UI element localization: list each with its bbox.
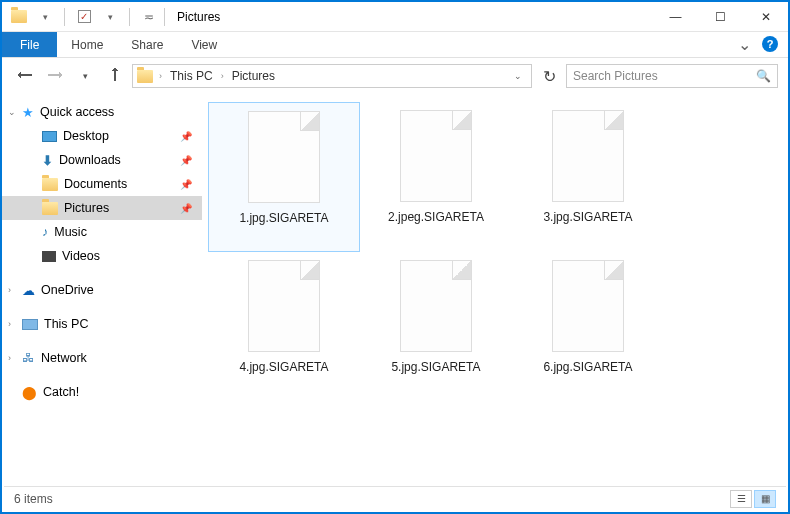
chevron-right-icon[interactable]: ›	[219, 71, 226, 81]
tab-share[interactable]: Share	[117, 32, 177, 57]
sidebar-item-label: Music	[54, 225, 87, 239]
title-bar: ▾ ✓ ▾ ≂ Pictures — ☐ ✕	[2, 2, 788, 32]
up-button[interactable]: 🠕	[102, 63, 128, 89]
separator	[129, 8, 130, 26]
caret-right-icon: ›	[8, 285, 11, 295]
pin-icon: 📌	[180, 155, 192, 166]
sidebar-item-label: Pictures	[64, 201, 109, 215]
sidebar-item-catch[interactable]: ⬤ Catch!	[2, 380, 202, 404]
video-icon	[42, 251, 56, 262]
sidebar-item-label: OneDrive	[41, 283, 94, 297]
sidebar-item-label: Downloads	[59, 153, 121, 167]
pin-icon: 📌	[180, 131, 192, 142]
chevron-right-icon[interactable]: ›	[157, 71, 164, 81]
file-icon	[400, 110, 472, 202]
file-icon	[552, 260, 624, 352]
music-icon: ♪	[42, 225, 48, 239]
navigation-pane: ⌄ ★ Quick access Desktop 📌 ⬇ Downloads 📌…	[2, 94, 202, 488]
separator	[164, 8, 165, 26]
file-item[interactable]: 1.jpg.SIGARETA	[208, 102, 360, 252]
properties-checkbox-icon[interactable]: ✓	[73, 6, 95, 28]
sidebar-item-music[interactable]: ♪ Music	[2, 220, 202, 244]
down-arrow-icon[interactable]: ▾	[34, 6, 56, 28]
search-input[interactable]: Search Pictures 🔍	[566, 64, 778, 88]
address-bar[interactable]: › This PC › Pictures ⌄	[132, 64, 532, 88]
file-item[interactable]: 5.jpg.SIGARETA	[360, 252, 512, 402]
file-name: 3.jpg.SIGARETA	[543, 210, 632, 224]
search-icon: 🔍	[756, 69, 771, 83]
file-tab[interactable]: File	[2, 32, 57, 57]
cloud-icon: ☁	[22, 283, 35, 298]
overflow-icon[interactable]: ≂	[138, 6, 160, 28]
folder-icon	[42, 178, 58, 191]
search-placeholder: Search Pictures	[573, 69, 658, 83]
sidebar-item-pictures[interactable]: Pictures 📌	[2, 196, 202, 220]
catch-icon: ⬤	[22, 385, 37, 400]
quick-access-toolbar: ▾ ✓ ▾ ≂	[8, 6, 160, 28]
tab-view[interactable]: View	[177, 32, 231, 57]
sidebar-item-videos[interactable]: Videos	[2, 244, 202, 268]
address-dropdown-icon[interactable]: ⌄	[509, 71, 527, 81]
file-name: 2.jpeg.SIGARETA	[388, 210, 484, 224]
sidebar-item-label: Quick access	[40, 105, 114, 119]
download-icon: ⬇	[42, 153, 53, 168]
sidebar-item-onedrive[interactable]: › ☁ OneDrive	[2, 278, 202, 302]
expand-ribbon-icon[interactable]: ⌄	[730, 32, 758, 57]
back-button[interactable]: 🠔	[12, 63, 38, 89]
sidebar-item-downloads[interactable]: ⬇ Downloads 📌	[2, 148, 202, 172]
details-view-button[interactable]: ☰	[730, 490, 752, 508]
caret-down-icon: ⌄	[8, 107, 16, 117]
help-button[interactable]: ?	[758, 32, 782, 56]
sidebar-item-label: Videos	[62, 249, 100, 263]
pin-icon: 📌	[180, 179, 192, 190]
star-icon: ★	[22, 105, 34, 120]
close-button[interactable]: ✕	[743, 3, 788, 31]
separator	[64, 8, 65, 26]
file-item[interactable]: 6.jpg.SIGARETA	[512, 252, 664, 402]
sidebar-item-label: Documents	[64, 177, 127, 191]
help-icon: ?	[762, 36, 778, 52]
caret-right-icon: ›	[8, 319, 11, 329]
breadcrumb-pictures[interactable]: Pictures	[230, 69, 277, 83]
file-name: 6.jpg.SIGARETA	[543, 360, 632, 374]
file-name: 5.jpg.SIGARETA	[391, 360, 480, 374]
pin-icon: 📌	[180, 203, 192, 214]
status-bar: 6 items ☰ ▦	[4, 486, 786, 510]
sidebar-item-desktop[interactable]: Desktop 📌	[2, 124, 202, 148]
file-name: 1.jpg.SIGARETA	[239, 211, 328, 225]
ribbon-tabs: File Home Share View ⌄ ?	[2, 32, 788, 58]
refresh-button[interactable]: ↻	[536, 67, 562, 86]
item-count: 6 items	[14, 492, 53, 506]
minimize-button[interactable]: —	[653, 3, 698, 31]
file-icon	[248, 111, 320, 203]
sidebar-item-network[interactable]: › 🖧 Network	[2, 346, 202, 370]
folder-icon	[137, 70, 153, 83]
sidebar-item-label: Catch!	[43, 385, 79, 399]
breadcrumb-thispc[interactable]: This PC	[168, 69, 215, 83]
file-icon	[400, 260, 472, 352]
sidebar-item-documents[interactable]: Documents 📌	[2, 172, 202, 196]
sidebar-item-label: This PC	[44, 317, 88, 331]
sidebar-item-thispc[interactable]: › This PC	[2, 312, 202, 336]
pc-icon	[22, 319, 38, 330]
folder-icon[interactable]	[8, 6, 30, 28]
recent-dropdown-icon[interactable]: ▾	[72, 63, 98, 89]
file-icon	[552, 110, 624, 202]
sidebar-item-label: Network	[41, 351, 87, 365]
file-icon	[248, 260, 320, 352]
body-split: ⌄ ★ Quick access Desktop 📌 ⬇ Downloads 📌…	[2, 94, 788, 488]
caret-right-icon: ›	[8, 353, 11, 363]
forward-button[interactable]: 🠖	[42, 63, 68, 89]
desktop-icon	[42, 131, 57, 142]
sidebar-quick-access[interactable]: ⌄ ★ Quick access	[2, 100, 202, 124]
icons-view-button[interactable]: ▦	[754, 490, 776, 508]
down-arrow-icon[interactable]: ▾	[99, 6, 121, 28]
view-mode-buttons: ☰ ▦	[730, 490, 776, 508]
file-item[interactable]: 4.jpg.SIGARETA	[208, 252, 360, 402]
file-item[interactable]: 2.jpeg.SIGARETA	[360, 102, 512, 252]
file-item[interactable]: 3.jpg.SIGARETA	[512, 102, 664, 252]
window-title: Pictures	[177, 10, 220, 24]
file-list-view[interactable]: 1.jpg.SIGARETA 2.jpeg.SIGARETA 3.jpg.SIG…	[202, 94, 788, 488]
maximize-button[interactable]: ☐	[698, 3, 743, 31]
tab-home[interactable]: Home	[57, 32, 117, 57]
